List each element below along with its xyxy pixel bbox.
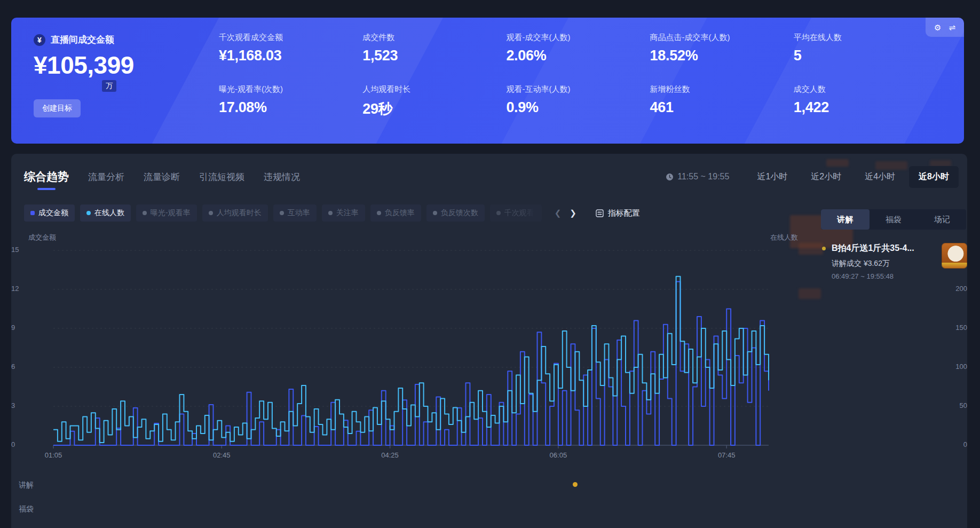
gear-icon[interactable]: ⚙	[934, 23, 941, 31]
metric-value: 17.08%	[219, 99, 362, 116]
metric-cell: 曝光-观看率(次数) 17.08%	[219, 84, 362, 131]
yen-coin-icon: ¥	[34, 34, 45, 46]
metric-value: 2.06%	[506, 48, 650, 64]
chip-per-1000-views[interactable]: 千次观看	[490, 204, 542, 222]
tab-traffic-analysis[interactable]: 流量分析	[88, 171, 124, 183]
item-time-range: 06:49:27 ~ 19:55:48	[832, 272, 970, 280]
series-dot	[377, 211, 381, 215]
chip-follow-rate[interactable]: 关注率	[322, 204, 365, 222]
chip-interaction-rate[interactable]: 互动率	[273, 204, 317, 222]
metric-chips-row: 成交金额 在线人数 曝光-观看率 人均观看时长 互动率 关注率 负反馈率 负反馈…	[24, 204, 640, 222]
left-axis-title: 成交金额	[23, 233, 56, 242]
metric-value: 5	[794, 48, 937, 64]
metric-label: 观看-成交率(人数)	[506, 33, 650, 43]
metric-cell: 商品点击-成交率(人数) 18.52%	[650, 33, 794, 79]
unit-badge: 万	[102, 80, 116, 92]
series-dot	[433, 211, 437, 215]
track-label-explain: 讲解	[19, 480, 34, 490]
metric-cell: 观看-互动率(人数) 0.9%	[506, 84, 650, 131]
sidebar-tab-log[interactable]: 场记	[918, 209, 966, 230]
item-title: B拍4斤送1斤共35-4...	[832, 243, 932, 254]
metric-label: 千次观看成交金额	[219, 33, 362, 43]
chip-online-users[interactable]: 在线人数	[80, 204, 131, 222]
metric-label: 平均在线人数	[794, 33, 937, 43]
metric-label: 新增粉丝数	[650, 84, 794, 94]
metric-label: 成交件数	[362, 33, 506, 43]
explain-track-marker[interactable]	[573, 482, 578, 487]
event-sidebar: 讲解 福袋 场记 B拍4斤送1斤共35-4... 讲解成交 ¥3.62万 06:…	[821, 209, 970, 280]
summary-card: ¥ 直播间成交金额 ¥105,399 万 创建目标 千次观看成交金额 ¥1,16…	[11, 18, 964, 144]
metric-cell: 成交件数 1,523	[362, 33, 506, 79]
metric-value: 18.52%	[650, 48, 794, 64]
tabs-row: 综合趋势 流量分析 流量诊断 引流短视频 违规情况 11:55 ~ 19:55 …	[24, 164, 959, 189]
metric-config-label: 指标配置	[608, 208, 640, 218]
background-artifact	[799, 288, 821, 299]
range-8h-button[interactable]: 近8小时	[909, 166, 959, 188]
metric-config-button[interactable]: 指标配置	[596, 208, 640, 218]
explain-list-item[interactable]: B拍4斤送1斤共35-4... 讲解成交 ¥3.62万 06:49:27 ~ 1…	[821, 243, 970, 280]
time-range-text: 11:55 ~ 19:55	[677, 172, 729, 182]
douyin-live-analytics-screen: ¥ 直播间成交金额 ¥105,399 万 创建目标 千次观看成交金额 ¥1,16…	[0, 0, 980, 528]
chip-avg-watch-time[interactable]: 人均观看时长	[202, 204, 268, 222]
time-range-display: 11:55 ~ 19:55	[666, 172, 729, 182]
tab-short-video[interactable]: 引流短视频	[199, 171, 244, 183]
summary-title: 直播间成交金额	[51, 34, 114, 46]
tab-traffic-diagnosis[interactable]: 流量诊断	[144, 171, 180, 183]
metrics-grid: 千次观看成交金额 ¥1,168.03 曝光-观看率(次数) 17.08% 成交件…	[219, 33, 937, 131]
config-grid-icon	[596, 209, 604, 217]
x-axis-labels: 01:0502:4504:2506:0507:45	[53, 451, 769, 462]
chip-negative-feedback-count[interactable]: 负反馈次数	[426, 204, 485, 222]
metric-label: 成交人数	[794, 84, 937, 94]
metric-label: 商品点击-成交率(人数)	[650, 33, 794, 43]
metric-cell: 成交人数 1,422	[794, 84, 937, 131]
product-thumbnail	[942, 243, 967, 269]
swap-icon[interactable]: ⇌	[949, 23, 955, 31]
right-axis-title: 在线人数	[770, 233, 798, 242]
sidebar-tab-explain[interactable]: 讲解	[821, 209, 870, 230]
trend-chart[interactable]	[53, 243, 769, 450]
track-label-lucky-bag: 福袋	[19, 505, 34, 514]
chip-gmv[interactable]: 成交金额	[24, 204, 75, 222]
metric-cell: 新增粉丝数 461	[650, 84, 794, 131]
chip-negative-feedback-rate[interactable]: 负反馈率	[370, 204, 421, 222]
tab-overall-trend[interactable]: 综合趋势	[24, 169, 69, 184]
sidebar-tab-lucky-bag[interactable]: 福袋	[870, 209, 918, 230]
metric-cell: 观看-成交率(人数) 2.06%	[506, 33, 650, 79]
item-bullet-dot	[822, 247, 826, 250]
metric-value: 29秒	[362, 99, 506, 119]
metric-value: 0.9%	[506, 99, 650, 116]
trend-panel: 综合趋势 流量分析 流量诊断 引流短视频 违规情况 11:55 ~ 19:55 …	[11, 154, 967, 528]
series-dot	[280, 211, 284, 215]
series-dot	[328, 211, 333, 215]
series-dot	[496, 211, 501, 215]
range-4h-button[interactable]: 近4小时	[855, 166, 905, 188]
gmv-total-value: ¥105,399	[34, 52, 194, 78]
range-2h-button[interactable]: 近2小时	[801, 166, 851, 188]
metric-label: 观看-互动率(人数)	[506, 84, 650, 94]
series-dot	[30, 211, 35, 215]
series-dot	[209, 211, 213, 215]
metric-value: ¥1,168.03	[219, 48, 362, 64]
background-artifact	[799, 243, 823, 255]
metric-label: 人均观看时长	[362, 84, 506, 94]
tab-violations[interactable]: 违规情况	[264, 171, 300, 183]
chips-scroll-arrows: ❮ ❯	[555, 208, 576, 218]
chevron-left-icon[interactable]: ❮	[555, 208, 562, 218]
metric-value: 1,523	[362, 48, 506, 64]
metric-cell: 千次观看成交金额 ¥1,168.03	[219, 33, 362, 79]
metric-cell: 人均观看时长 29秒	[362, 84, 506, 131]
metric-cell: 平均在线人数 5	[794, 33, 937, 79]
card-corner-actions: ⚙ ⇌	[926, 18, 964, 37]
metric-value: 461	[650, 99, 794, 116]
metric-value: 1,422	[794, 99, 937, 116]
clock-icon	[666, 173, 674, 181]
series-dot	[86, 211, 91, 215]
range-1h-button[interactable]: 近1小时	[747, 166, 797, 188]
create-goal-button[interactable]: 创建目标	[34, 99, 81, 117]
chip-exposure-view-rate[interactable]: 曝光-观看率	[136, 204, 197, 222]
chevron-right-icon[interactable]: ❯	[570, 208, 576, 218]
metric-label: 曝光-观看率(次数)	[219, 84, 362, 94]
sidebar-tabs: 讲解 福袋 场记	[821, 209, 966, 230]
series-dot	[143, 211, 147, 215]
